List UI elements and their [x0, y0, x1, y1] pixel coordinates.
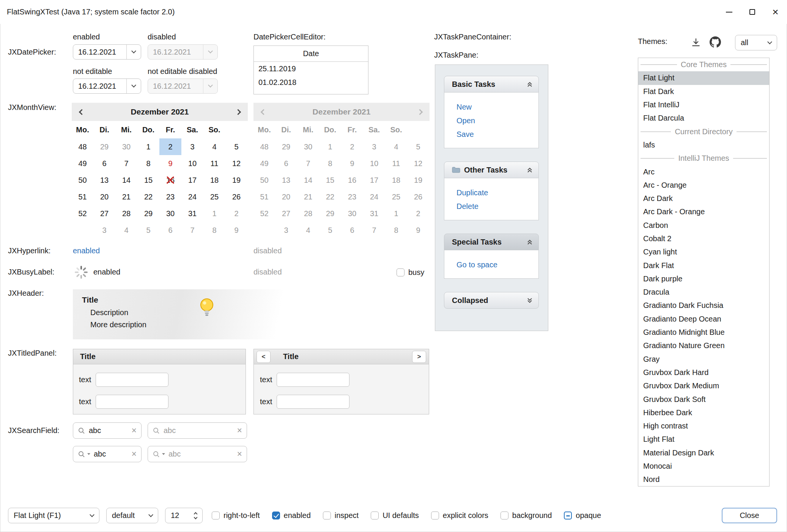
- theme-item[interactable]: Arc: [638, 165, 769, 178]
- calendar-day[interactable]: 4: [203, 138, 225, 155]
- calendar-day[interactable]: 12: [225, 155, 247, 172]
- font-size-spinner[interactable]: 12: [165, 508, 203, 523]
- datepicker-enabled[interactable]: 16.12.2021: [73, 44, 141, 60]
- theme-item[interactable]: Cyan light: [638, 245, 769, 259]
- checkbox-box[interactable]: [564, 512, 572, 519]
- taskpane-link-duplicate[interactable]: Duplicate: [444, 186, 538, 199]
- theme-item[interactable]: Flat Dark: [638, 85, 769, 98]
- calendar-day[interactable]: 30: [159, 205, 181, 222]
- theme-item[interactable]: Nord: [638, 473, 769, 486]
- search-value[interactable]: abc: [94, 450, 128, 458]
- calendar-day[interactable]: 25: [203, 188, 225, 205]
- close-window-button[interactable]: ×: [764, 0, 787, 24]
- text-input[interactable]: [277, 395, 349, 409]
- text-input[interactable]: [96, 395, 168, 409]
- clear-icon[interactable]: ×: [132, 426, 137, 435]
- taskpane-header[interactable]: Basic Tasks: [444, 76, 539, 93]
- theme-item[interactable]: Dracula: [638, 286, 769, 299]
- checkbox-box[interactable]: [501, 512, 508, 519]
- spinner-value[interactable]: 12: [165, 511, 194, 520]
- calendar-day[interactable]: 4: [115, 222, 137, 239]
- laf-combo[interactable]: Flat Light (F1): [8, 508, 99, 523]
- calendar-day[interactable]: 29: [93, 138, 115, 155]
- theme-item[interactable]: Hiberbee Dark: [638, 406, 769, 419]
- checkbox-right-to-left[interactable]: right-to-left: [212, 511, 260, 520]
- theme-item[interactable]: Arc Dark - Orange: [638, 205, 769, 218]
- calendar-day[interactable]: 7: [181, 222, 203, 239]
- theme-item[interactable]: Monocai: [638, 460, 769, 473]
- calendar-day[interactable]: 10: [181, 155, 203, 172]
- theme-item[interactable]: Gradianto Nature Green: [638, 339, 769, 352]
- spinner-buttons[interactable]: [194, 513, 202, 519]
- checkbox-explicit-colors[interactable]: explicit colors: [431, 511, 488, 520]
- theme-item[interactable]: Arc Dark: [638, 192, 769, 205]
- calendar-day[interactable]: 5: [137, 222, 159, 239]
- clear-icon[interactable]: ×: [132, 450, 137, 458]
- checkbox-ui-defaults[interactable]: UI defaults: [371, 511, 419, 520]
- text-input[interactable]: [277, 373, 349, 387]
- theme-item[interactable]: Flat IntelliJ: [638, 98, 769, 111]
- calendar-day[interactable]: 23: [159, 188, 181, 205]
- calendar-day[interactable]: 6: [93, 155, 115, 172]
- theme-item[interactable]: Gruvbox Dark Medium: [638, 379, 769, 392]
- calendar-day[interactable]: 8: [203, 222, 225, 239]
- calendar-day[interactable]: 7: [115, 155, 137, 172]
- checkbox-box[interactable]: [371, 512, 379, 519]
- calendar-day[interactable]: 28: [115, 205, 137, 222]
- hyperlink-enabled[interactable]: enabled: [73, 246, 100, 255]
- checkbox-inspect[interactable]: inspect: [323, 511, 359, 520]
- calendar-day[interactable]: 29: [137, 205, 159, 222]
- calendar-day[interactable]: 5: [225, 138, 247, 155]
- calendar-day[interactable]: 19: [225, 172, 247, 188]
- calendar-day[interactable]: 15: [137, 172, 159, 188]
- checkbox-box[interactable]: [431, 512, 439, 519]
- download-themes-button[interactable]: [690, 36, 702, 49]
- taskpane-link-new[interactable]: New: [444, 100, 538, 114]
- calendar-day[interactable]: 22: [137, 188, 159, 205]
- taskpane-header[interactable]: Special Tasks: [444, 234, 539, 250]
- checkbox-box[interactable]: [397, 268, 405, 276]
- calendar-prev-button[interactable]: [72, 103, 91, 121]
- checkbox-background[interactable]: background: [501, 511, 552, 520]
- calendar-day[interactable]: 11: [203, 155, 225, 172]
- calendar-day[interactable]: 24: [181, 188, 203, 205]
- checkbox-box[interactable]: [323, 512, 331, 519]
- theme-item[interactable]: Gruvbox Dark Soft: [638, 392, 769, 406]
- taskpane-link-save[interactable]: Save: [444, 127, 538, 141]
- calendar-day[interactable]: 14: [115, 172, 137, 188]
- theme-item[interactable]: lafs: [638, 138, 769, 152]
- search-field-with-menu[interactable]: abc ×: [73, 446, 142, 462]
- calendar-day[interactable]: 27: [93, 205, 115, 222]
- calendar-day[interactable]: 30: [115, 138, 137, 155]
- checkbox-box[interactable]: [212, 512, 220, 519]
- theme-item[interactable]: Gradianto Deep Ocean: [638, 312, 769, 326]
- theme-item[interactable]: Material Design Dark: [638, 446, 769, 460]
- variant-combo[interactable]: default: [106, 508, 158, 523]
- theme-item[interactable]: High contrast: [638, 419, 769, 433]
- taskpane-link-go-to-space[interactable]: Go to space: [444, 258, 538, 271]
- maximize-button[interactable]: [741, 0, 764, 24]
- datepicker-dropdown-button[interactable]: [126, 45, 141, 59]
- theme-item[interactable]: Cobalt 2: [638, 232, 769, 245]
- calendar-day[interactable]: 31: [181, 205, 203, 222]
- theme-item[interactable]: Gray: [638, 353, 769, 366]
- theme-item[interactable]: Gruvbox Dark Hard: [638, 366, 769, 379]
- calendar-day[interactable]: 9: [225, 222, 247, 239]
- calendar-day[interactable]: 21: [115, 188, 137, 205]
- calendar-day[interactable]: 17: [181, 172, 203, 188]
- github-button[interactable]: [709, 36, 722, 49]
- checkbox-busy[interactable]: busy: [397, 268, 424, 277]
- theme-item[interactable]: Arc - Orange: [638, 179, 769, 192]
- datepicker-not-editable[interactable]: 16.12.2021: [73, 78, 141, 94]
- calendar-day[interactable]: 8: [137, 155, 159, 172]
- calendar-day[interactable]: 26: [225, 188, 247, 205]
- minimize-button[interactable]: [718, 0, 741, 24]
- theme-item[interactable]: Gradianto Dark Fuchsia: [638, 299, 769, 312]
- text-input[interactable]: [96, 373, 168, 387]
- themes-list[interactable]: Core ThemesFlat LightFlat DarkFlat Intel…: [638, 58, 770, 486]
- theme-item[interactable]: Light Flat: [638, 433, 769, 446]
- checkbox-enabled[interactable]: enabled: [272, 511, 311, 520]
- theme-item[interactable]: Flat Light: [638, 71, 769, 85]
- calendar-day[interactable]: 9: [159, 155, 181, 172]
- search-field-enabled[interactable]: abc ×: [73, 422, 142, 439]
